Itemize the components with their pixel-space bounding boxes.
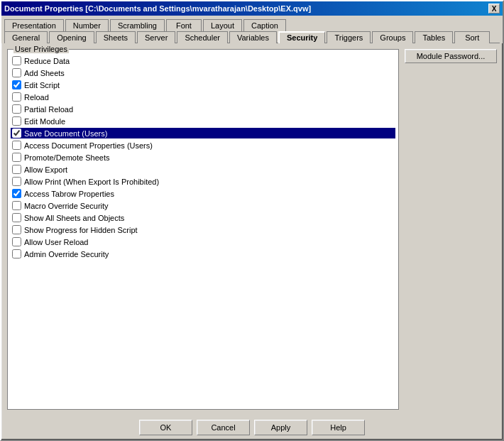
tabs-container: PresentationNumberScramblingFontLayoutCa… [1,16,503,43]
privilege-item[interactable]: Access Tabrow Properties [11,188,395,199]
privilege-item[interactable]: Show Progress for Hidden Script [11,224,395,235]
privilege-item[interactable]: Show All Sheets and Objects [11,212,395,223]
privilege-item[interactable]: Edit Module [11,116,395,126]
privilege-label: Show Progress for Hidden Script [24,226,138,234]
privilege-item[interactable]: Macro Override Security [11,200,395,211]
privilege-item[interactable]: Edit Script [11,80,395,90]
privilege-item[interactable]: Add Sheets [11,67,395,78]
privilege-label: Reduce Data [24,57,70,65]
tab-triggers[interactable]: Triggers [327,31,371,43]
privilege-label: Save Document (Users) [24,129,107,138]
privilege-checkbox-6[interactable] [12,129,21,138]
bottom-buttons: OK Cancel Apply Help [1,415,503,440]
apply-button[interactable]: Apply [254,420,307,435]
tab-presentation[interactable]: Presentation [4,19,64,31]
privileges-list: Reduce DataAdd SheetsEdit ScriptReloadPa… [11,55,395,259]
title-bar: Document Properties [C:\Documents and Se… [1,1,503,16]
tab-row-1: PresentationNumberScramblingFontLayoutCa… [1,18,503,31]
privilege-checkbox-9[interactable] [12,165,21,174]
privilege-label: Partial Reload [24,105,73,114]
ok-button[interactable]: OK [139,420,192,435]
privilege-checkbox-7[interactable] [12,141,21,150]
privilege-label: Reload [24,93,49,102]
privilege-item[interactable]: Access Document Properties (Users) [11,140,395,151]
privilege-item[interactable]: Promote/Demote Sheets [11,152,395,163]
privilege-checkbox-11[interactable] [12,189,21,198]
tab-font[interactable]: Font [166,19,202,31]
privilege-checkbox-13[interactable] [12,213,21,222]
privilege-label: Add Sheets [24,69,65,77]
help-button[interactable]: Help [312,420,365,435]
main-content: User Privileges Reduce DataAdd SheetsEdi… [7,49,497,410]
privilege-item[interactable]: Allow Print (When Export Is Prohibited) [11,176,395,187]
tab-variables[interactable]: Variables [229,31,277,43]
tab-scheduler[interactable]: Scheduler [177,31,228,43]
privilege-label: Edit Module [24,117,65,126]
privilege-checkbox-12[interactable] [12,201,21,210]
privilege-label: Allow Export [24,165,67,174]
privilege-checkbox-14[interactable] [12,225,21,234]
tab-security[interactable]: Security [278,31,325,43]
privilege-label: Show All Sheets and Objects [24,214,124,222]
privilege-checkbox-15[interactable] [12,237,21,246]
tab-general[interactable]: General [4,31,48,43]
tab-server[interactable]: Server [137,31,175,43]
tab-layout[interactable]: Layout [203,19,242,31]
window-title: Document Properties [C:\Documents and Se… [4,4,311,13]
tab-sort[interactable]: Sort [454,31,490,43]
privilege-item[interactable]: Reduce Data [11,55,395,66]
privilege-label: Access Document Properties (Users) [24,141,153,150]
privilege-checkbox-5[interactable] [12,116,21,126]
privilege-label: Allow Print (When Export Is Prohibited) [24,178,159,186]
privilege-checkbox-16[interactable] [12,249,21,258]
tab-groups[interactable]: Groups [372,31,413,43]
privilege-label: Edit Script [24,81,60,89]
close-button[interactable]: X [488,4,500,13]
privilege-item[interactable]: Allow User Reload [11,236,395,247]
privilege-checkbox-10[interactable] [12,177,21,186]
tab-row-2: GeneralOpeningSheetsServerSchedulerVaria… [1,31,503,43]
privilege-checkbox-4[interactable] [12,104,21,114]
right-panel: Module Password... [405,49,497,410]
privilege-checkbox-1[interactable] [12,68,21,77]
privilege-checkbox-3[interactable] [12,92,21,102]
privilege-checkbox-8[interactable] [12,153,21,162]
privilege-item[interactable]: Partial Reload [11,104,395,114]
group-label: User Privileges [13,45,69,53]
tab-tables[interactable]: Tables [415,31,453,43]
cancel-button[interactable]: Cancel [197,420,250,435]
tab-scrambling[interactable]: Scrambling [110,19,165,31]
privilege-item[interactable]: Admin Override Security [11,249,395,259]
privilege-item[interactable]: Save Document (Users) [11,128,395,138]
privilege-label: Promote/Demote Sheets [24,153,109,162]
privilege-label: Access Tabrow Properties [24,190,114,198]
tab-sheets[interactable]: Sheets [96,31,136,43]
privilege-label: Allow User Reload [24,238,88,246]
privilege-checkbox-2[interactable] [12,80,21,89]
privilege-label: Admin Override Security [24,250,109,258]
privilege-checkbox-0[interactable] [12,56,21,65]
privilege-label: Macro Override Security [24,202,109,210]
privilege-item[interactable]: Allow Export [11,164,395,175]
privilege-item[interactable]: Reload [11,92,395,102]
main-window: Document Properties [C:\Documents and Se… [0,0,504,441]
tab-caption[interactable]: Caption [243,19,286,31]
content-area: User Privileges Reduce DataAdd SheetsEdi… [1,43,503,415]
module-password-button[interactable]: Module Password... [405,49,497,63]
user-privileges-box: User Privileges Reduce DataAdd SheetsEdi… [7,49,399,410]
tab-number[interactable]: Number [65,19,109,31]
tab-opening[interactable]: Opening [49,31,94,43]
